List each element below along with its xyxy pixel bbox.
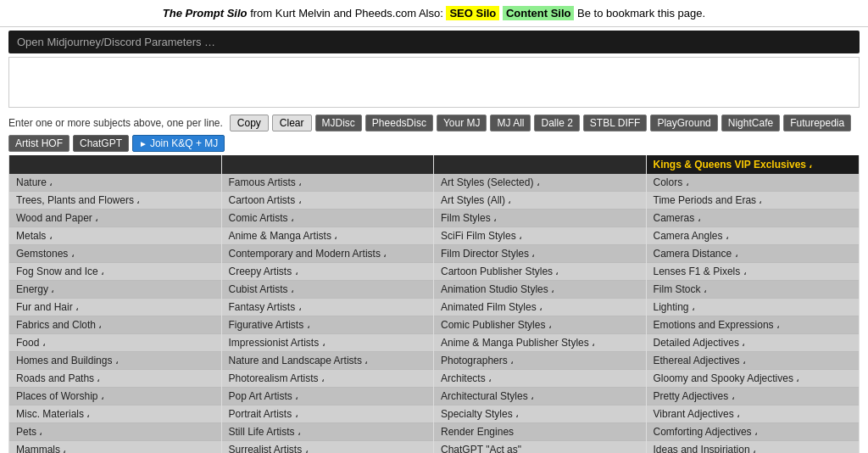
- list-item[interactable]: Mammals ،: [9, 441, 221, 453]
- list-item[interactable]: Animation Studio Styles ،: [434, 281, 646, 299]
- clear-button[interactable]: Clear: [272, 115, 312, 131]
- mjall-button[interactable]: MJ All: [490, 115, 531, 131]
- list-item[interactable]: Pets ،: [9, 423, 221, 441]
- list-item[interactable]: Film Director Styles ،: [434, 245, 646, 263]
- list-item[interactable]: Ideas and Inspiriation ،: [647, 441, 860, 453]
- list-item[interactable]: Roads and Paths ،: [9, 370, 221, 388]
- list-item[interactable]: Specialty Styles ،: [434, 405, 646, 423]
- column-2: Art Styles (Selected) ،Art Styles (All) …: [434, 155, 647, 453]
- list-item[interactable]: Emotions and Expressions ،: [647, 316, 860, 334]
- list-item[interactable]: Comic Artists ،: [222, 210, 434, 227]
- list-item[interactable]: Gloomy and Spooky Adjectives ،: [647, 370, 860, 388]
- list-item[interactable]: Film Stock ،: [647, 281, 860, 299]
- stbldiff-button[interactable]: STBL DIFF: [583, 115, 648, 131]
- list-item[interactable]: Detailed Adjectives ،: [647, 334, 860, 352]
- topbar-label: Open Midjourney/Discord Parameters …: [17, 36, 215, 48]
- list-item[interactable]: SciFi Film Styles ،: [434, 227, 646, 245]
- list-item[interactable]: Film Styles ،: [434, 210, 646, 227]
- list-item[interactable]: Lighting ،: [647, 299, 860, 316]
- page-header: The Prompt Silo from Kurt Melvin and Phe…: [0, 0, 868, 27]
- yourmj-button[interactable]: Your MJ: [437, 115, 487, 131]
- list-item[interactable]: Contemporary and Modern Artists ،: [222, 245, 434, 263]
- list-item[interactable]: Pretty Adjectives ،: [647, 388, 860, 405]
- list-item[interactable]: Art Styles (All) ،: [434, 192, 646, 210]
- list-item[interactable]: Metals ،: [9, 227, 221, 245]
- list-item[interactable]: ChatGPT "Act as": [434, 441, 646, 453]
- column-1: Famous Artists ،Cartoon Artists ،Comic A…: [222, 155, 435, 453]
- col-1-header: [222, 155, 434, 174]
- list-item[interactable]: Homes and Buildings ،: [9, 352, 221, 370]
- list-item[interactable]: Pop Art Artists ،: [222, 388, 434, 405]
- list-item[interactable]: Fabrics and Cloth ،: [9, 316, 221, 334]
- list-item[interactable]: Vibrant Adjectives ،: [647, 405, 860, 423]
- list-item[interactable]: Time Periods and Eras ،: [647, 192, 860, 210]
- list-item[interactable]: Cartoon Publisher Styles ،: [434, 263, 646, 281]
- join-label: Join K&Q + MJ: [150, 137, 218, 149]
- site-from: from Kurt Melvin and Pheeds.com: [250, 7, 416, 20]
- col-2-header: [434, 155, 646, 174]
- subject-textarea[interactable]: [9, 58, 859, 107]
- nightcafe-button[interactable]: NightCafe: [721, 115, 780, 131]
- list-item[interactable]: Colors ،: [647, 174, 860, 192]
- list-item[interactable]: Photorealism Artists ،: [222, 370, 434, 388]
- list-item[interactable]: Cubist Artists ،: [222, 281, 434, 299]
- list-item[interactable]: Photographers ،: [434, 352, 646, 370]
- list-item[interactable]: Creepy Artists ،: [222, 263, 434, 281]
- list-item[interactable]: Camera Distance ،: [647, 245, 860, 263]
- bookmark-label: Be to bookmark this page.: [577, 7, 705, 20]
- futurepedia-button[interactable]: Futurepedia: [783, 115, 851, 131]
- list-item[interactable]: Trees, Plants and Flowers ،: [9, 192, 221, 210]
- list-item[interactable]: Cameras ،: [647, 210, 860, 227]
- artisthof-button[interactable]: Artist HOF: [8, 135, 70, 152]
- list-item[interactable]: Comic Publisher Styles ،: [434, 316, 646, 334]
- list-item[interactable]: Animated Film Styles ،: [434, 299, 646, 316]
- join-button[interactable]: ► Join K&Q + MJ: [132, 135, 225, 152]
- list-item[interactable]: Misc. Materials ،: [9, 405, 221, 423]
- list-item[interactable]: Energy ،: [9, 281, 221, 299]
- pheedsdisc-button[interactable]: PheedsDisc: [365, 115, 433, 131]
- list-item[interactable]: Lenses F1 & Pixels ،: [647, 263, 860, 281]
- dalle2-button[interactable]: Dalle 2: [534, 115, 579, 131]
- subject-textarea-wrapper: [8, 57, 860, 108]
- seo-silo-link[interactable]: SEO Silo: [446, 6, 499, 20]
- list-item[interactable]: Render Engines: [434, 423, 646, 441]
- instruction-label: Enter one or more subjects above, one pe…: [8, 117, 223, 129]
- list-item[interactable]: Ethereal Adjectives ،: [647, 352, 860, 370]
- copy-button[interactable]: Copy: [230, 115, 269, 131]
- site-title: The Prompt Silo: [163, 7, 248, 20]
- list-item[interactable]: Fantasy Artists ،: [222, 299, 434, 316]
- list-item[interactable]: Architectural Styles ،: [434, 388, 646, 405]
- list-item[interactable]: Nature and Landscape Artists ،: [222, 352, 434, 370]
- list-item[interactable]: Still Life Artists ،: [222, 423, 434, 441]
- content-silo-link[interactable]: Content Silo: [503, 6, 575, 20]
- list-item[interactable]: Places of Worship ،: [9, 388, 221, 405]
- also-label: Also:: [419, 7, 443, 20]
- list-item[interactable]: Fur and Hair ،: [9, 299, 221, 316]
- col-0-header: [9, 155, 221, 174]
- list-item[interactable]: Portrait Artists ،: [222, 405, 434, 423]
- list-item[interactable]: Gemstones ،: [9, 245, 221, 263]
- list-item[interactable]: Surrealist Artists ،: [222, 441, 434, 453]
- list-item[interactable]: Impressionist Artists ،: [222, 334, 434, 352]
- controls-bar: Enter one or more subjects above, one pe…: [0, 111, 868, 155]
- list-item[interactable]: Food ،: [9, 334, 221, 352]
- list-item[interactable]: Famous Artists ،: [222, 174, 434, 192]
- column-3: Kings & Queens VIP Exclusives ،Colors ،T…: [647, 155, 860, 453]
- playground-button[interactable]: PlayGround: [650, 115, 717, 131]
- list-item[interactable]: Cartoon Artists ،: [222, 192, 434, 210]
- list-item[interactable]: Figurative Artists ،: [222, 316, 434, 334]
- col-3-header: Kings & Queens VIP Exclusives ،: [647, 155, 860, 174]
- discord-params-bar[interactable]: Open Midjourney/Discord Parameters …: [8, 31, 860, 53]
- column-0: Nature ،Trees, Plants and Flowers ،Wood …: [9, 155, 222, 453]
- list-item[interactable]: Camera Angles ،: [647, 227, 860, 245]
- list-item[interactable]: Anime & Manga Artists ،: [222, 227, 434, 245]
- list-item[interactable]: Anime & Manga Publisher Styles ،: [434, 334, 646, 352]
- list-item[interactable]: Comforting Adjectives ،: [647, 423, 860, 441]
- mjdisc-button[interactable]: MJDisc: [315, 115, 362, 131]
- list-item[interactable]: Fog Snow and Ice ،: [9, 263, 221, 281]
- list-item[interactable]: Nature ،: [9, 174, 221, 192]
- list-item[interactable]: Wood and Paper ،: [9, 210, 221, 227]
- chatgpt-button[interactable]: ChatGPT: [73, 135, 129, 152]
- list-item[interactable]: Architects ،: [434, 370, 646, 388]
- list-item[interactable]: Art Styles (Selected) ،: [434, 174, 646, 192]
